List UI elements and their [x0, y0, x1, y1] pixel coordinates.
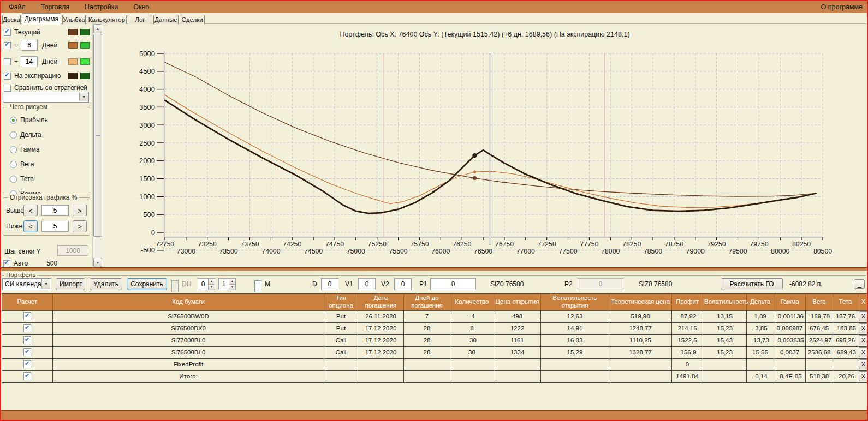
- color-swatch[interactable]: [80, 29, 90, 35]
- tab-Сделки[interactable]: Сделки: [180, 15, 205, 24]
- color-swatch[interactable]: [68, 29, 78, 35]
- calc-go-button[interactable]: Рассчитать ГО: [721, 278, 783, 290]
- menu-item-Торговля[interactable]: Торговля: [33, 1, 77, 13]
- spinner-2[interactable]: 1 ▲ ▼: [218, 278, 236, 290]
- col-header-calc[interactable]: Расчет: [2, 294, 53, 311]
- col-header-code[interactable]: Код бумаги: [53, 294, 324, 311]
- calc-cell[interactable]: [2, 334, 53, 346]
- delete-button[interactable]: Удалить: [90, 278, 122, 290]
- scroll-down-icon[interactable]: ▼: [93, 258, 102, 267]
- calc-cell[interactable]: [2, 370, 53, 382]
- scroll-up-icon[interactable]: ▲: [93, 24, 102, 33]
- tab-Данные[interactable]: Данные: [153, 15, 179, 24]
- col-header-theta[interactable]: Тета: [833, 294, 858, 311]
- strategy-select[interactable]: ▼: [3, 92, 89, 103]
- col-header-type[interactable]: Тип опциона: [324, 294, 358, 311]
- menu-item-Файл[interactable]: Файл: [1, 1, 33, 13]
- radio-Прибыль[interactable]: [10, 117, 17, 124]
- tab-Улыбка[interactable]: Улыбка: [62, 15, 86, 24]
- color-swatch[interactable]: [68, 58, 78, 65]
- portfolio-select[interactable]: СИ календарь ▼: [2, 278, 51, 290]
- spin-down-icon[interactable]: ▼: [208, 284, 215, 290]
- tab-Лог[interactable]: Лог: [128, 15, 152, 24]
- auto-checkbox[interactable]: [3, 260, 10, 267]
- chevron-down-icon[interactable]: ▼: [41, 279, 50, 289]
- col-header-expiry[interactable]: Дата погашения: [358, 294, 404, 311]
- col-header-gamma[interactable]: Гамма: [774, 294, 806, 311]
- increase-button[interactable]: >: [73, 205, 87, 216]
- col-header-open_vol[interactable]: Волатильность открытия: [541, 294, 609, 311]
- calc-checkbox[interactable]: [23, 348, 31, 356]
- color-swatch[interactable]: [80, 73, 90, 79]
- range-value-input[interactable]: [41, 221, 69, 232]
- remove-row-button[interactable]: X: [859, 347, 868, 357]
- save-button[interactable]: Сохранить: [127, 278, 167, 290]
- menu-item-about[interactable]: О программе: [821, 1, 863, 13]
- col-header-theo[interactable]: Теоретическая цена: [609, 294, 672, 311]
- remove-row-button[interactable]: X: [859, 371, 868, 381]
- remove-row-button[interactable]: X: [859, 359, 868, 369]
- p1-input[interactable]: [430, 278, 476, 290]
- line-checkbox[interactable]: [4, 73, 11, 80]
- col-header-vol[interactable]: Волатильность: [703, 294, 747, 311]
- radio-Гамма[interactable]: [10, 146, 17, 153]
- spin-down-icon[interactable]: ▼: [229, 284, 235, 290]
- col-header-qty[interactable]: Количество: [450, 294, 494, 311]
- dh-checkbox[interactable]: [171, 280, 179, 292]
- spinner-1[interactable]: 0 ▲ ▼: [198, 278, 215, 290]
- color-swatch[interactable]: [68, 73, 78, 79]
- line-checkbox[interactable]: [4, 42, 11, 49]
- calc-cell[interactable]: [2, 358, 53, 370]
- d-input[interactable]: [321, 278, 338, 290]
- col-header-vega[interactable]: Вега: [806, 294, 833, 311]
- scrollbar-thumb[interactable]: [93, 34, 102, 237]
- col-header-profit[interactable]: Профит: [672, 294, 703, 311]
- p2-input[interactable]: [578, 278, 623, 290]
- profit-chart[interactable]: -500050010001500200025003000350040004500…: [103, 24, 867, 267]
- m-checkbox[interactable]: [254, 280, 261, 292]
- color-swatch[interactable]: [80, 42, 90, 49]
- chevron-down-icon[interactable]: ▼: [79, 93, 88, 101]
- radio-Тета[interactable]: [10, 176, 17, 183]
- decrease-button[interactable]: <: [23, 220, 38, 232]
- grid-step-input[interactable]: [57, 245, 88, 256]
- horizontal-splitter[interactable]: [1, 267, 867, 271]
- range-value-input[interactable]: [41, 205, 69, 216]
- tab-Доска[interactable]: Доска: [2, 15, 21, 24]
- menu-item-Окно[interactable]: Окно: [126, 1, 157, 13]
- calc-checkbox[interactable]: [23, 372, 31, 380]
- calc-cell[interactable]: [2, 322, 53, 334]
- tab-Диаграмма[interactable]: Диаграмма: [22, 13, 61, 25]
- color-swatch[interactable]: [68, 42, 78, 49]
- col-header-open_price[interactable]: Цена открытия: [494, 294, 541, 311]
- remove-row-button[interactable]: X: [859, 323, 868, 333]
- days-input[interactable]: [21, 56, 38, 67]
- calc-checkbox[interactable]: [23, 360, 31, 368]
- calc-checkbox[interactable]: [23, 324, 31, 332]
- corner-button[interactable]: _: [854, 279, 865, 289]
- calc-cell[interactable]: [2, 346, 53, 358]
- line-checkbox[interactable]: [4, 85, 11, 92]
- import-button[interactable]: Импорт: [56, 278, 85, 290]
- tab-Калькулятор[interactable]: Калькулятор: [87, 15, 127, 24]
- calc-checkbox[interactable]: [23, 312, 31, 320]
- v1-input[interactable]: [358, 278, 376, 290]
- decrease-button[interactable]: <: [23, 205, 38, 216]
- remove-row-button[interactable]: X: [859, 311, 868, 321]
- radio-Дельта[interactable]: [10, 131, 17, 139]
- days-input[interactable]: [21, 40, 38, 51]
- sidebar-scrollbar[interactable]: ▲ ▼: [92, 24, 102, 267]
- line-checkbox[interactable]: [4, 58, 11, 65]
- v2-input[interactable]: [394, 278, 412, 290]
- menu-item-Настройки[interactable]: Настройки: [77, 1, 126, 13]
- remove-row-button[interactable]: X: [859, 335, 868, 345]
- col-header-delta[interactable]: Дельта: [747, 294, 774, 311]
- calc-cell[interactable]: [2, 310, 53, 322]
- line-checkbox[interactable]: [4, 29, 11, 36]
- spin-up-icon[interactable]: ▲: [229, 279, 235, 284]
- color-swatch[interactable]: [80, 58, 90, 65]
- radio-Вега[interactable]: [10, 161, 17, 168]
- col-header-days[interactable]: Дней до погашения: [404, 294, 450, 311]
- increase-button[interactable]: >: [73, 220, 87, 232]
- spin-up-icon[interactable]: ▲: [208, 279, 215, 284]
